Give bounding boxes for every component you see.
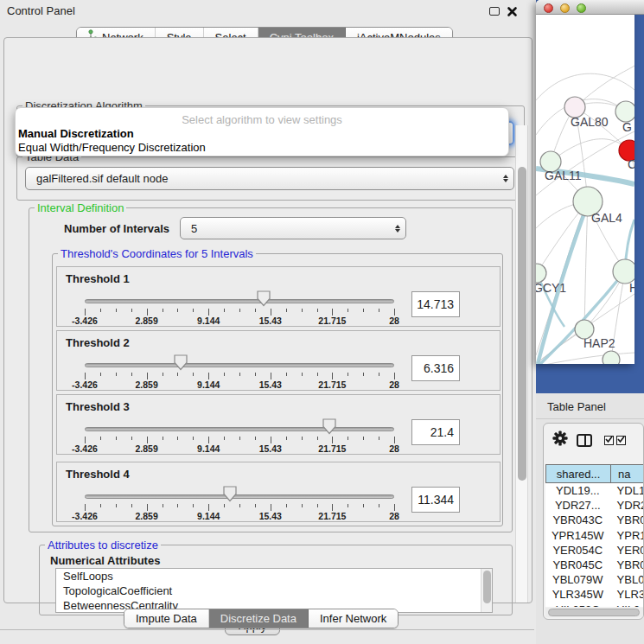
checkbox-icon[interactable] (604, 436, 614, 445)
tab-impute-data[interactable]: Impute Data (124, 609, 209, 628)
cell-shared-name: YIL052C (545, 603, 610, 608)
threshold-value-field[interactable]: 21.4 (411, 419, 460, 445)
slider-tick-labels: -3.4262.8599.14415.4321.71528 (85, 379, 394, 389)
tab-label: Impute Data (136, 609, 197, 628)
number-of-intervals-value: 5 (181, 222, 390, 235)
attribute-item[interactable]: TopologicalCoefficient (56, 583, 492, 598)
network-edge (536, 73, 634, 100)
tab-label: Infer Network (320, 609, 386, 628)
network-window[interactable]: GAL80GCGAL11GAL4GCY1HHAP2 (536, 0, 634, 364)
zoom-traffic-light-icon[interactable] (577, 3, 586, 13)
cell-name: YER0 (610, 543, 644, 558)
table-row[interactable]: YLR345WYLR3 (545, 587, 644, 602)
slider-thumb[interactable] (174, 354, 188, 371)
attribute-item[interactable]: SelfLoops (56, 569, 492, 583)
gear-icon[interactable] (552, 430, 568, 450)
cell-shared-name: YBR045C (545, 558, 610, 572)
panel-scrollbar[interactable] (515, 125, 528, 603)
bottom-tab-bar: Impute DataDiscretize DataInfer Network (124, 609, 399, 628)
table-data-select[interactable]: galFiltered.sif default node (25, 167, 514, 190)
algorithm-prompt: Select algorithm to view settings (16, 108, 508, 126)
node-label: G (622, 120, 632, 134)
algorithm-dropdown-popup: Select algorithm to view settings Manual… (15, 107, 509, 156)
cell-shared-name: YPR145W (545, 528, 610, 543)
slider-track[interactable] (85, 427, 394, 431)
combo-stepper-icon (390, 225, 405, 233)
network-edge (551, 139, 629, 162)
threshold-box-3: Threshold 3-3.4262.8599.14415.4321.71528… (56, 394, 501, 455)
column-header-shared-[interactable]: shared... (545, 464, 611, 483)
threshold-value-field[interactable]: 6.316 (411, 355, 460, 381)
cell-name: YIL0 (610, 603, 644, 608)
checkbox-icon[interactable] (616, 436, 626, 445)
threshold-value-field[interactable]: 11.344 (411, 487, 460, 513)
slider-track[interactable] (85, 494, 394, 499)
table-hscrollbar[interactable] (545, 608, 643, 617)
slider-thumb[interactable] (223, 486, 237, 502)
table-panel: Table Panel (536, 393, 644, 644)
cell-shared-name: YDR27... (545, 498, 610, 513)
thresholds-group: Threshold's Coordinates for 5 Intervals … (52, 253, 503, 526)
column-view-icon[interactable] (577, 434, 592, 447)
table-widget: shared...na YDL19...YDL1YDR27...YDR2YBR0… (543, 423, 644, 620)
slider-track[interactable] (85, 299, 394, 303)
node-label: GCY1 (536, 281, 566, 295)
attributes-group: Attributes to discretize Numerical Attri… (39, 545, 513, 615)
slider-thumb[interactable] (322, 418, 336, 435)
node-label: GAL11 (545, 169, 582, 182)
tab-infer-network[interactable]: Infer Network (309, 609, 398, 628)
number-of-intervals-select[interactable]: 5 (180, 217, 406, 239)
threshold-box-4: Threshold 4-3.4262.8599.14415.4321.71528… (56, 462, 501, 522)
network-node-g[interactable] (615, 101, 634, 122)
threshold-box-2: Threshold 2-3.4262.8599.14415.4321.71528… (56, 330, 501, 391)
node-label: GAL80 (571, 115, 609, 129)
attributes-scrollbar[interactable] (481, 569, 492, 612)
combo-stepper-icon (498, 175, 513, 182)
threshold-box-1: Threshold 1-3.4262.8599.14415.4321.71528… (56, 266, 501, 327)
numerical-attributes-label: Numerical Attributes (50, 554, 160, 567)
control-panel: Control Panel NetworkStyleSelectCyni Too… (0, 0, 536, 644)
network-node[interactable] (603, 351, 620, 364)
table-row[interactable]: YIL052CYIL0 (545, 603, 644, 608)
table-row[interactable]: YER054CYER0 (545, 543, 644, 558)
network-node-h[interactable] (613, 259, 634, 284)
table-row[interactable]: YBR043CYBR0 (545, 513, 644, 527)
table-panel-title: Table Panel (547, 400, 606, 413)
table-row[interactable]: YDL19...YDL1 (545, 483, 644, 498)
slider-tick-labels: -3.4262.8599.14415.4321.71528 (85, 316, 394, 325)
panel-title: Control Panel (7, 4, 75, 17)
cell-shared-name: YBR043C (545, 513, 610, 527)
cell-name: YBR0 (610, 513, 644, 527)
cell-shared-name: YER054C (545, 543, 610, 558)
node-label: H (629, 281, 634, 295)
network-canvas[interactable]: GAL80GCGAL11GAL4GCY1HHAP2 (536, 15, 634, 364)
slider-tick-labels: -3.4262.8599.14415.4321.71528 (85, 443, 394, 453)
threshold-label: Threshold 2 (66, 336, 130, 349)
tab-discretize-data[interactable]: Discretize Data (209, 609, 309, 628)
table-row[interactable]: YBR045CYBR0 (545, 558, 644, 572)
cell-name: YLR3 (610, 587, 644, 602)
close-icon[interactable] (507, 5, 518, 16)
table-row[interactable]: YPR145WYPR1 (545, 528, 644, 543)
column-header-na[interactable]: na (611, 464, 644, 483)
node-label: C (628, 157, 634, 171)
network-node-gcy1[interactable] (536, 264, 546, 283)
float-panel-icon[interactable] (489, 7, 500, 16)
algorithm-option-equal-width-frequency-discretization[interactable]: Equal Width/Frequency Discretization (16, 140, 508, 154)
network-window-titlebar[interactable] (536, 0, 644, 15)
numerical-attributes-list[interactable]: SelfLoopsTopologicalCoefficientBetweenne… (55, 568, 493, 613)
cell-name: YBR0 (610, 558, 644, 572)
threshold-value-field[interactable]: 14.713 (411, 291, 460, 317)
node-label: GAL4 (591, 211, 622, 225)
cell-shared-name: YDL19... (545, 483, 610, 498)
close-traffic-light-icon[interactable] (544, 3, 553, 13)
slider-track[interactable] (85, 363, 394, 367)
algorithm-option-manual-discretization[interactable]: Manual Discretization (16, 126, 508, 140)
tab-label: Discretize Data (220, 609, 296, 628)
table-rows: YDL19...YDL1YDR27...YDR2YBR043CYBR0YPR14… (545, 483, 644, 607)
table-header-row: shared...na (545, 464, 644, 483)
table-row[interactable]: YDR27...YDR2 (545, 498, 644, 513)
slider-thumb[interactable] (257, 290, 271, 307)
minimize-traffic-light-icon[interactable] (560, 3, 570, 13)
table-row[interactable]: YBL079WYBL0 (545, 572, 644, 587)
